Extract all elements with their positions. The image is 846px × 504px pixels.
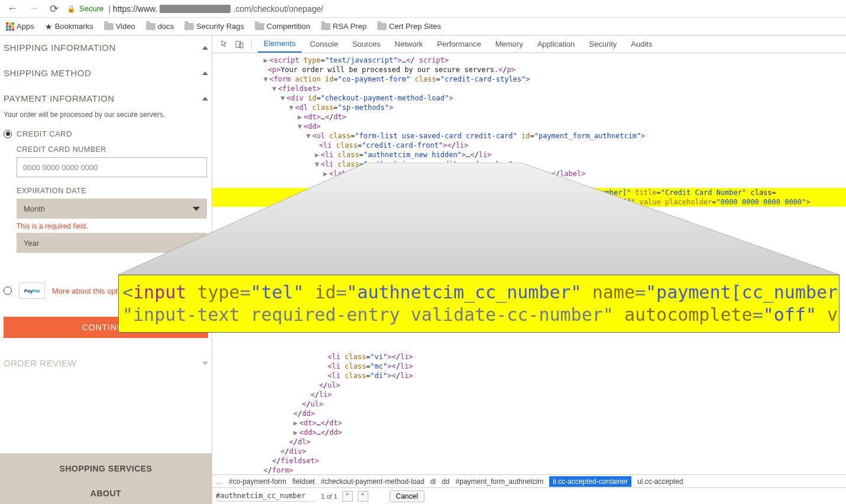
apps-button[interactable]: Apps	[6, 22, 34, 31]
checkout-panel: SHIPPING INFORMATION SHIPPING METHOD PAY…	[0, 35, 212, 504]
device-toggle-icon[interactable]	[234, 38, 245, 50]
month-select[interactable]: Month	[17, 199, 207, 219]
folder-icon	[104, 23, 114, 30]
tab-performance[interactable]: Performance	[431, 36, 487, 52]
back-button[interactable]: ←	[5, 2, 20, 15]
folder-icon	[146, 23, 155, 30]
tab-security[interactable]: Security	[583, 36, 623, 52]
tab-console[interactable]: Console	[304, 36, 344, 52]
url-redacted	[160, 5, 231, 13]
paypal-more-link[interactable]: More about this optio	[52, 287, 124, 295]
footer-about[interactable]: ABOUT	[0, 489, 212, 498]
folder-icon	[255, 23, 264, 30]
footer-shopping[interactable]: SHOPPING SERVICES	[0, 464, 212, 473]
bookmark-bookmarks[interactable]: ★Bookmarks	[45, 22, 93, 31]
cc-number-label: CREDIT CARD NUMBER	[17, 145, 208, 154]
required-error: This is a required field.	[17, 222, 208, 230]
lock-icon: 🔒	[67, 5, 76, 13]
svg-rect-0	[236, 41, 241, 47]
chevron-up-icon	[202, 46, 208, 50]
tab-application[interactable]: Application	[531, 36, 581, 52]
tab-network[interactable]: Network	[389, 36, 429, 52]
devtools-search-input[interactable]	[216, 491, 316, 502]
url-suffix: .com/checkout/onepage/	[233, 4, 323, 14]
chevron-up-icon	[202, 97, 208, 100]
dom-tree[interactable]: ▶<script type="text/javascript">…</ scri…	[212, 53, 846, 474]
paypal-logo-icon: PayPal	[19, 282, 45, 299]
devtools-search-bar: 1 of 1 ˄ ˅ Cancel	[212, 487, 846, 504]
inspect-icon[interactable]	[219, 38, 231, 50]
secure-note: Your order will be processed by our secu…	[4, 110, 208, 119]
devtools-panel: Elements Console Sources Network Perform…	[212, 35, 846, 504]
shipping-info-header[interactable]: SHIPPING INFORMATION	[4, 40, 208, 55]
chevron-down-icon	[193, 207, 200, 211]
chevron-down-icon	[202, 362, 208, 365]
folder-icon	[184, 23, 194, 30]
star-icon: ★	[45, 22, 53, 31]
tab-elements[interactable]: Elements	[258, 35, 302, 53]
browser-address-bar: ← → ⟳ 🔒 Secure | https://www..com/checko…	[0, 0, 846, 18]
reload-button[interactable]: ⟳	[47, 2, 61, 15]
bookmark-security-rags[interactable]: Security Rags	[184, 22, 244, 31]
order-review-header[interactable]: ORDER REVIEW	[4, 356, 208, 370]
tab-sources[interactable]: Sources	[346, 36, 387, 52]
tab-memory[interactable]: Memory	[490, 36, 529, 52]
bookmark-rsa-prep[interactable]: RSA Prep	[321, 22, 367, 31]
search-next-button[interactable]: ˅	[358, 491, 368, 502]
footer: SHOPPING SERVICES ABOUT	[0, 453, 212, 504]
paypal-radio[interactable]	[4, 287, 12, 295]
expiration-label: EXPIRATION DATE	[17, 187, 208, 195]
devtools-toolbar: Elements Console Sources Network Perform…	[212, 35, 846, 53]
radio-selected-icon	[4, 130, 12, 138]
year-select[interactable]: Year	[17, 233, 207, 253]
bookmark-compertition[interactable]: Compertition	[255, 22, 310, 31]
folder-icon	[321, 23, 330, 30]
apps-icon	[6, 22, 14, 31]
bookmark-docs[interactable]: docs	[146, 22, 174, 31]
shipping-method-header[interactable]: SHIPPING METHOD	[4, 66, 208, 80]
url-field[interactable]: 🔒 Secure | https://www..com/checkout/one…	[67, 4, 841, 14]
bookmarks-bar: Apps ★Bookmarks Video docs Security Rags…	[0, 18, 846, 35]
forward-button[interactable]: →	[26, 2, 41, 15]
cc-number-input[interactable]	[17, 157, 207, 177]
bookmark-cert-prep[interactable]: Cert Prep Sites	[377, 22, 441, 31]
dom-breadcrumbs[interactable]: … #co-payment-form fieldset #checkout-pa…	[212, 474, 846, 487]
credit-card-radio[interactable]: CREDIT CARD	[4, 129, 208, 138]
search-prev-button[interactable]: ˄	[342, 491, 353, 502]
secure-label: Secure	[79, 4, 103, 13]
search-cancel-button[interactable]: Cancel	[390, 490, 424, 502]
bookmark-video[interactable]: Video	[104, 22, 135, 31]
search-count: 1 of 1	[321, 493, 338, 500]
url-prefix: https://www.	[113, 4, 157, 14]
continue-button[interactable]: CONTINUE	[4, 317, 208, 338]
folder-icon	[377, 23, 387, 30]
chevron-up-icon	[202, 71, 208, 75]
tab-audits[interactable]: Audits	[625, 36, 658, 52]
payment-info-header[interactable]: PAYMENT INFORMATION	[4, 91, 208, 106]
